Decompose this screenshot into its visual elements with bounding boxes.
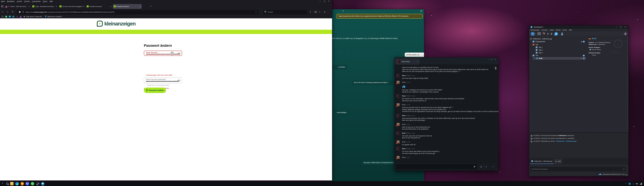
tree-row-talk-2[interactable]: Talk 2 (529, 49, 586, 51)
url-bar[interactable]: https://www.kleinanzeigen.de/m-passwort-… (17, 10, 259, 14)
steam-chat-input[interactable] (396, 164, 477, 169)
ts-tray-icon[interactable] (628, 183, 631, 185)
start-taskbar-icon[interactable] (2, 183, 4, 184)
close-tab-icon[interactable]: ✕ (56, 6, 57, 7)
minimize-button[interactable]: — (614, 26, 619, 28)
scrollbar[interactable] (627, 37, 628, 132)
search-input[interactable]: + Suchen (263, 10, 308, 14)
bookmark-ds3[interactable]: Dark Souls 3 Cheat Sh... (23, 16, 43, 18)
bookmark-folder[interactable] (2, 16, 4, 18)
minimize-button[interactable]: — (318, 0, 322, 2)
browser-tab-1[interactable]: Frieren - Nach dem Ende de✕ (4, 4, 31, 9)
close-button[interactable]: ✕ (623, 26, 628, 28)
bookmarks-button[interactable] (538, 32, 541, 36)
bookmark-dark-globe[interactable] (16, 16, 18, 18)
net-tray-icon[interactable] (640, 183, 642, 185)
close-tab-icon[interactable]: ✕ (140, 6, 141, 7)
kleinanzeigen-logo[interactable]: kleinanzeigen (97, 21, 136, 27)
teamspeak-chat-input[interactable]: Chat Nachricht eingeben... (530, 166, 626, 172)
back-button[interactable]: ← (2, 11, 4, 13)
bookmark-whatsapp[interactable] (5, 16, 7, 18)
menubar-item-hilfe[interactable]: Hilfe (50, 1, 53, 2)
url-text[interactable]: https://www.kleinanzeigen.de/m-passwort-… (26, 11, 114, 13)
browser-tab-3[interactable]: Ich kann mich nicht einloggen!✕ (58, 4, 85, 9)
mute-speaker-button[interactable] (547, 32, 550, 36)
ts-menu-verbindungen[interactable]: Verbindungen (530, 29, 540, 31)
connect-button[interactable] (531, 32, 534, 36)
explorer-taskbar-icon[interactable] (10, 182, 14, 185)
menubar-item-extras[interactable]: Extras (43, 1, 47, 2)
steam-message-list[interactable]: naja mir ist das gleich, je nachdem was … (395, 65, 498, 159)
teamspeak-taskbar-icon[interactable] (41, 182, 44, 185)
plugin-icon[interactable] (624, 32, 627, 36)
voice-mic-button[interactable]: ♦ (490, 164, 496, 169)
tree-row-rudi[interactable]: Rudi (533, 57, 586, 60)
steam-chat-tab[interactable]: Raul (Paul) ✕ (396, 58, 420, 65)
show-password-icon[interactable] (177, 52, 180, 54)
edge-taskbar-icon[interactable] (15, 182, 19, 185)
ts-menu-favoriten[interactable]: Favoriten (542, 29, 548, 31)
change-password-button[interactable]: Passwort ändern (144, 87, 166, 93)
ts-menu-hilfe[interactable]: Hilfe (569, 29, 572, 31)
ts-chat-tab[interactable]: AAFK (554, 159, 562, 164)
ts-chat-tab[interactable]: Hoffmeister - hoffmeister.gg (530, 159, 554, 164)
maximize-button[interactable]: □ (490, 58, 494, 60)
expander-icon[interactable]: ⌄ (530, 44, 531, 45)
add-person-icon[interactable] (494, 66, 496, 69)
away-status-button[interactable] (554, 32, 558, 36)
discord-taskbar-icon[interactable] (26, 182, 29, 185)
bookmark-blue-shield[interactable] (9, 16, 11, 18)
toolbar-drag-handle[interactable] (530, 32, 530, 36)
resize-grip[interactable] (496, 169, 498, 170)
attach-paperclip-button[interactable]: ∂ (484, 164, 488, 169)
minimize-button[interactable]: — (487, 58, 490, 60)
tree-row-eingangshalle[interactable]: Eingangshalle✓M (529, 40, 586, 43)
ts-menu-extras[interactable]: Extras (562, 29, 567, 31)
close-tab-icon[interactable]: ✕ (83, 6, 84, 7)
browser-tab-2[interactable]: Login - Anmelden bei Kleinanze✕ (31, 4, 58, 9)
maximize-button[interactable]: □ (619, 26, 623, 28)
firefox-taskbar-icon[interactable] (20, 182, 24, 185)
new-password-field[interactable]: Neues Passwort ●●●●●●●●●●●●●●●●●●●●●●●●●… (144, 51, 182, 56)
ts-menu-rechte[interactable]: Rechte (556, 29, 560, 31)
maximize-button[interactable]: □ (322, 0, 327, 2)
overflow-icon[interactable]: » (319, 11, 320, 13)
browser-tab-4[interactable]: Passwort erneuern✕ (86, 4, 112, 9)
new-tab-button[interactable]: + (150, 5, 152, 8)
emoji-button[interactable]: ☺ (478, 164, 484, 169)
close-button[interactable]: ✕ (494, 58, 497, 60)
recycle-bin-icon[interactable]: Papierkorb (642, 166, 644, 172)
teamspeak-titlebar[interactable]: TeamSpeak 3 —□✕ (529, 26, 628, 29)
close-tab-icon[interactable]: ✕ (29, 6, 30, 7)
close-button[interactable]: ✕ (327, 0, 331, 2)
menubar-item-datei[interactable]: Datei (1, 1, 5, 2)
tab-audio-icon[interactable] (8, 6, 9, 7)
bookmark-purple-triangle[interactable] (20, 16, 22, 18)
firefox-view-icon[interactable] (1, 5, 4, 8)
show-password-icon[interactable] (177, 79, 180, 82)
expander-icon[interactable]: ⌄ (530, 55, 531, 56)
bookmark-teal-dot[interactable]: ∞ (12, 16, 14, 18)
tree-row-talk-3[interactable]: Talk 3 (529, 52, 586, 54)
repeat-password-field[interactable]: Neues Passwort wiederholen ●●●●●●●●●●●●●… (144, 78, 182, 83)
tree-row-afk[interactable]: ⌄AFKM (529, 54, 586, 57)
extensions-icon[interactable] (315, 11, 316, 13)
background-window-icon[interactable] (420, 10, 422, 12)
steam-taskbar-icon[interactable] (36, 182, 39, 185)
steam-titlebar[interactable]: Raul (Paul) ✕ —□✕ (395, 57, 498, 65)
tree-row-hoffmeister-hoffmeister-gg[interactable]: Hoffmeister - hoffmeister.gg (529, 38, 586, 40)
forward-button[interactable]: → (6, 11, 8, 13)
password-manager-key-icon[interactable] (170, 52, 174, 55)
tracking-shield-icon[interactable] (19, 11, 20, 13)
downloads-icon[interactable]: ↓ (310, 11, 311, 13)
reload-button[interactable]: ↻ (12, 11, 14, 13)
menubar-item-chronik[interactable]: Chronik (24, 1, 30, 2)
send-icon[interactable] (474, 166, 476, 168)
server-tree[interactable]: Hoffmeister - hoffmeister.ggEingangshall… (529, 36, 587, 132)
https-lock-icon[interactable] (22, 12, 24, 13)
emoji-icon[interactable] (623, 168, 625, 170)
bookmark-star-icon[interactable]: ☆ (255, 11, 257, 13)
volume-tray-icon[interactable] (636, 183, 638, 185)
bookmark-vuetify[interactable]: Welcome to Vuetify 3 (44, 16, 62, 18)
search-taskbar-icon[interactable] (6, 183, 8, 185)
